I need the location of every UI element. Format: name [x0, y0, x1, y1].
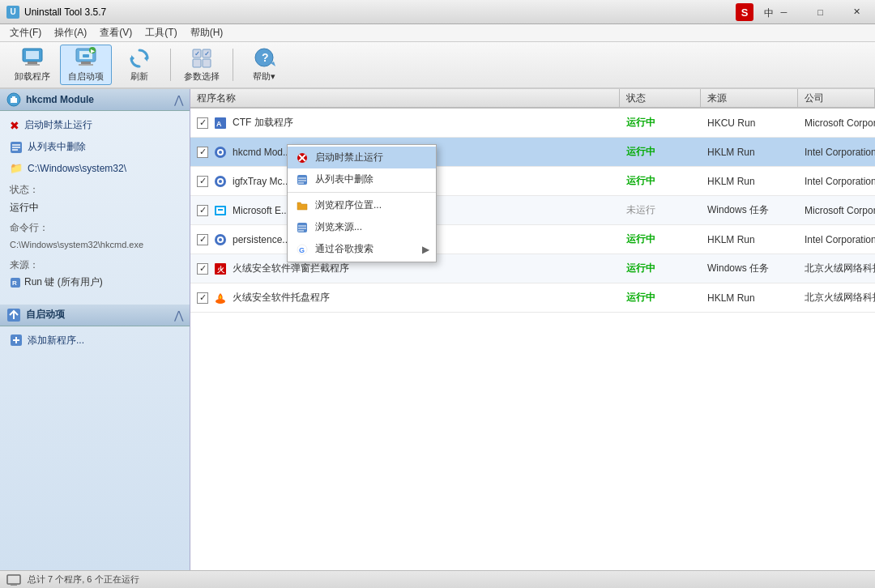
- row4-company: Microsoft Corporation: [798, 205, 875, 216]
- monitor-status-icon: [6, 574, 21, 586]
- close-button[interactable]: ✕: [839, 0, 875, 24]
- row6-name: 火 火绒安全软件弹窗拦截程序: [190, 262, 620, 276]
- toolbar-help[interactable]: ? 帮助▾: [238, 45, 290, 85]
- ctx-browse-path-icon: [296, 199, 309, 212]
- ctx-browse-path[interactable]: 浏览程序位置...: [288, 194, 436, 216]
- toolbar-separator: [170, 49, 171, 81]
- context-menu: 启动时禁止运行 从列表中删除 浏览程序位置... 浏览来源... G 通过谷歌搜…: [287, 144, 437, 262]
- ctx-remove-icon: [296, 173, 309, 186]
- add-program-icon: [10, 334, 23, 347]
- sidebar-collapse-startup[interactable]: ⋀: [174, 309, 183, 322]
- sidebar-startup-content: 添加新程序...: [0, 326, 190, 355]
- row4-checkbox[interactable]: [197, 205, 208, 216]
- title-bar-controls: S 中 ─ □ ✕: [766, 0, 875, 23]
- row4-source: Windows 任务: [701, 203, 798, 217]
- multiselect-icon: ✓ ✓: [189, 47, 215, 68]
- col-company[interactable]: 公司: [798, 89, 875, 107]
- row3-checkbox[interactable]: [197, 176, 208, 187]
- svg-text:✓: ✓: [204, 50, 210, 58]
- svg-rect-8: [79, 64, 93, 66]
- row7-checkbox[interactable]: [197, 292, 208, 304]
- startup-section-title: 自启动项: [26, 308, 65, 322]
- ctx-sep1: [288, 192, 436, 193]
- sidebar-section-hkcmd[interactable]: hkcmd Module ⋀: [0, 89, 190, 111]
- toolbar-startup[interactable]: ▶ 自启动项: [60, 45, 112, 85]
- table-row[interactable]: A CTF 加载程序 运行中 HKCU Run Microsoft Corpor…: [190, 109, 875, 138]
- multiselect-label: 参数选择: [184, 70, 220, 83]
- s-icon: S: [736, 3, 753, 21]
- menu-file[interactable]: 文件(F): [3, 24, 48, 41]
- help-label: 帮助▾: [253, 70, 275, 83]
- row2-source: HKLM Run: [701, 147, 798, 158]
- row2-company: Intel Corporation: [798, 147, 875, 158]
- row2-checkbox[interactable]: [197, 147, 208, 158]
- add-program-label: 添加新程序...: [28, 334, 84, 347]
- col-status[interactable]: 状态: [620, 89, 701, 107]
- row7-icon: [213, 291, 228, 305]
- command-value: C:\Windows\system32\hkcmd.exe: [10, 240, 143, 249]
- toolbar-multiselect[interactable]: ✓ ✓ 参数选择: [176, 45, 228, 85]
- ctx-remove[interactable]: 从列表中删除: [288, 168, 436, 190]
- svg-point-43: [219, 180, 222, 183]
- startup-label: 自启动项: [68, 70, 104, 83]
- menu-operation[interactable]: 操作(A): [48, 24, 93, 41]
- row3-status: 运行中: [620, 174, 701, 188]
- sidebar-add-program[interactable]: 添加新程序...: [0, 330, 190, 352]
- menu-view[interactable]: 查看(V): [93, 24, 139, 41]
- ctx-google-search[interactable]: G 通过谷歌搜索 ▶: [288, 238, 436, 260]
- sidebar-collapse-hkcmd[interactable]: ⋀: [174, 93, 183, 106]
- row5-status: 运行中: [620, 232, 701, 246]
- row2-name-text: hkcmd Mod...: [233, 147, 291, 158]
- row6-source: Windows 任务: [701, 262, 798, 275]
- svg-text:?: ?: [262, 51, 269, 64]
- sidebar-hkcmd-title: hkcmd Module: [26, 94, 94, 105]
- row7-name-text: 火绒安全软件托盘程序: [233, 291, 330, 305]
- maximize-button[interactable]: □: [802, 0, 839, 24]
- row1-name: A CTF 加载程序: [190, 116, 620, 130]
- ctx-disable-icon: [296, 151, 309, 164]
- table-row[interactable]: 火绒安全软件托盘程序 运行中 HKLM Run 北京火绒网络科技有限公...: [190, 283, 875, 313]
- row5-name-text: persistence...: [233, 234, 290, 245]
- startup-icon: ▶: [73, 47, 99, 68]
- row5-checkbox[interactable]: [197, 234, 208, 245]
- sidebar-remove-item[interactable]: 从列表中删除: [0, 136, 190, 158]
- svg-text:G: G: [299, 246, 305, 254]
- refresh-icon: [126, 47, 152, 68]
- help-icon: ?: [251, 47, 277, 68]
- svg-rect-3: [25, 64, 40, 66]
- svg-point-52: [216, 299, 225, 304]
- row7-source: HKLM Run: [701, 292, 798, 304]
- row7-name: 火绒安全软件托盘程序: [190, 291, 620, 305]
- svg-text:▶: ▶: [91, 49, 95, 53]
- menu-help[interactable]: 帮助(H): [184, 24, 230, 41]
- menu-tools[interactable]: 工具(T): [139, 24, 183, 41]
- row1-checkbox[interactable]: [197, 117, 208, 129]
- sidebar-section-startup[interactable]: 自启动项 ⋀: [0, 305, 190, 326]
- lang-indicator: 中: [764, 6, 774, 20]
- source-value: Run 键 (所有用户): [24, 274, 103, 292]
- row1-status: 运行中: [620, 116, 701, 130]
- toolbar-uninstall[interactable]: 卸载程序: [6, 45, 58, 85]
- row2-status: 运行中: [620, 145, 701, 159]
- row5-company: Intel Corporation: [798, 234, 875, 245]
- row2-icon: [213, 145, 228, 160]
- sidebar-hkcmd-content: ✖ 启动时禁止运行 从列表中删除 📁 C:\Windows\system32\ …: [0, 111, 190, 298]
- row6-checkbox[interactable]: [197, 263, 208, 275]
- toolbar-refresh[interactable]: 刷新: [113, 45, 165, 85]
- svg-rect-15: [193, 59, 201, 67]
- sidebar-path-value: C:\Windows\system32\: [28, 163, 126, 174]
- status-label: 状态：: [10, 184, 39, 195]
- uninstall-icon: [19, 47, 45, 68]
- ctx-disable[interactable]: 启动时禁止运行: [288, 147, 436, 168]
- sidebar-disable-item[interactable]: ✖ 启动时禁止运行: [0, 114, 190, 136]
- row3-source: HKLM Run: [701, 176, 798, 187]
- row1-source: HKCU Run: [701, 117, 798, 129]
- col-name[interactable]: 程序名称: [190, 89, 620, 107]
- row1-company: Microsoft Corporation: [798, 117, 875, 129]
- ctx-google-icon: G: [296, 243, 309, 256]
- sidebar-remove-label: 从列表中删除: [28, 140, 86, 154]
- ctx-browse-source-label: 浏览来源...: [315, 220, 362, 234]
- col-source[interactable]: 来源: [701, 89, 798, 107]
- ctx-browse-source[interactable]: 浏览来源...: [288, 216, 436, 238]
- row4-name-text: Microsoft E...: [233, 205, 289, 216]
